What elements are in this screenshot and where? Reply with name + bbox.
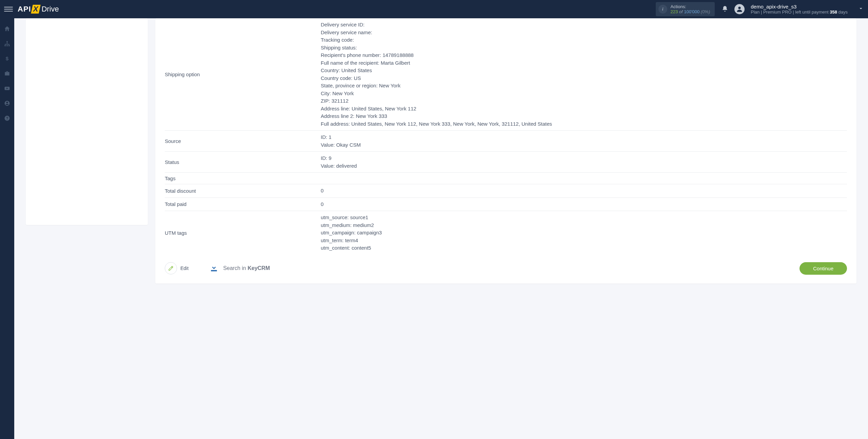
svg-rect-3 [6, 45, 7, 46]
actions-pct: (0%) [701, 9, 710, 14]
label-discount: Total discount [165, 187, 321, 195]
avatar-icon[interactable] [734, 4, 745, 14]
continue-button[interactable]: Continue [800, 262, 847, 275]
data-table: Shipping option Delivery service ID: Del… [165, 18, 847, 255]
user-block[interactable]: demo_apix-drive_s3 Plan | Premium PRO | … [751, 4, 848, 15]
svg-text:?: ? [6, 116, 8, 120]
label-tags: Tags [165, 175, 321, 181]
actions-of: of [679, 9, 683, 14]
svg-rect-1 [6, 41, 7, 42]
actions-pill[interactable]: i Actions: 223 of 100'000 (0%) [656, 2, 715, 16]
label-status: Status [165, 154, 321, 170]
edit-button[interactable]: Edit [165, 262, 189, 274]
plan-suffix: | left until payment [793, 9, 828, 15]
card-footer: Edit Search in KeyCRM Continue [165, 255, 847, 275]
value-status: ID: 9 Value: delivered [321, 154, 847, 170]
left-panel [26, 18, 148, 225]
search-prefix: Search in [223, 265, 248, 271]
value-shipping: Delivery service ID: Delivery service na… [321, 21, 847, 128]
actions-total: 100'000 [684, 9, 699, 14]
menu-toggle-icon[interactable] [4, 5, 13, 14]
label-source: Source [165, 133, 321, 149]
sitemap-icon[interactable] [3, 40, 11, 47]
edit-label: Edit [180, 266, 189, 271]
help-icon[interactable]: ? [3, 114, 11, 122]
row-shipping: Shipping option Delivery service ID: Del… [165, 18, 847, 131]
sidebar: $ ? [0, 18, 14, 439]
info-icon: i [658, 5, 667, 14]
label-utm: UTM tags [165, 214, 321, 252]
plan-name: Premium PRO [763, 9, 792, 15]
logo-api: API [18, 5, 31, 14]
bell-icon[interactable] [722, 5, 728, 13]
actions-count: 223 [671, 9, 678, 14]
search-target: KeyCRM [248, 265, 270, 271]
download-icon [209, 263, 219, 274]
chevron-down-icon[interactable] [858, 5, 864, 13]
right-panel: Shipping option Delivery service ID: Del… [155, 18, 856, 284]
user-name: demo_apix-drive_s3 [751, 4, 848, 9]
plan-prefix: Plan | [751, 9, 762, 15]
value-tags [321, 175, 847, 181]
row-discount: Total discount 0 [165, 184, 847, 198]
svg-point-0 [738, 7, 741, 9]
svg-text:$: $ [6, 56, 9, 61]
search-in-link[interactable]: Search in KeyCRM [209, 263, 270, 274]
value-source: ID: 1 Value: Okay CSM [321, 133, 847, 149]
value-utm: utm_source: source1 utm_medium: medium2 … [321, 214, 847, 252]
label-shipping: Shipping option [165, 21, 321, 128]
main-content: Shipping option Delivery service ID: Del… [14, 18, 868, 439]
header: API X Drive i Actions: 223 of 100'000 (0… [0, 0, 868, 18]
logo[interactable]: API X Drive [18, 5, 59, 14]
row-paid: Total paid 0 [165, 198, 847, 211]
briefcase-icon[interactable] [3, 70, 11, 77]
row-source: Source ID: 1 Value: Okay CSM [165, 131, 847, 152]
value-discount: 0 [321, 187, 847, 195]
svg-point-8 [6, 102, 8, 103]
label-paid: Total paid [165, 201, 321, 208]
plan-days-suffix: days [839, 9, 848, 15]
value-paid: 0 [321, 201, 847, 208]
svg-rect-2 [5, 45, 6, 46]
logo-x: X [31, 5, 40, 14]
home-icon[interactable] [3, 25, 11, 33]
actions-label: Actions: [671, 4, 710, 9]
plan-days: 358 [830, 9, 837, 15]
pencil-icon [165, 262, 177, 274]
row-status: Status ID: 9 Value: delivered [165, 152, 847, 173]
youtube-icon[interactable] [3, 85, 11, 92]
row-tags: Tags [165, 173, 847, 184]
svg-rect-4 [8, 45, 9, 46]
dollar-icon[interactable]: $ [3, 55, 11, 62]
logo-drive: Drive [41, 5, 59, 14]
user-icon[interactable] [3, 100, 11, 107]
row-utm: UTM tags utm_source: source1 utm_medium:… [165, 211, 847, 255]
